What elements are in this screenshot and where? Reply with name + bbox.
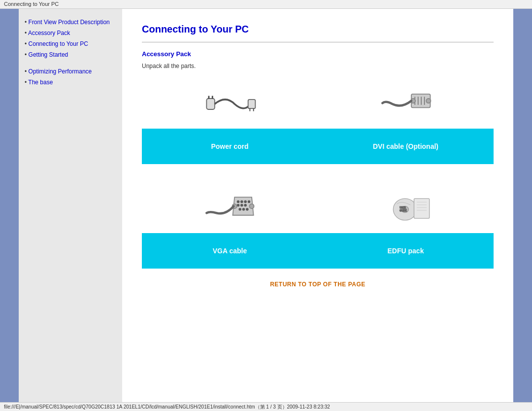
svg-point-19 <box>241 205 243 206</box>
power-cord-image <box>203 79 257 129</box>
return-link-container: RETURN TO TOP OF THE PAGE <box>142 280 494 288</box>
svg-point-25 <box>249 204 254 208</box>
edfu-pack-label: EDFU pack <box>318 233 494 269</box>
sidebar-item-1[interactable]: Accessory Pack <box>25 30 116 36</box>
svg-text:GUIDE: GUIDE <box>399 209 407 212</box>
svg-rect-3 <box>248 100 255 108</box>
svg-rect-0 <box>206 99 215 109</box>
page-title: Connecting to Your PC <box>142 24 494 35</box>
sidebar-link-3[interactable]: Getting Started <box>29 51 68 58</box>
return-to-top-link[interactable]: RETURN TO TOP OF THE PAGE <box>270 281 366 288</box>
sidebar-nav: Front View Product Description Accessory… <box>25 19 116 86</box>
svg-point-14 <box>237 201 239 203</box>
dvi-cable-icon <box>379 84 433 124</box>
svg-point-22 <box>242 208 244 210</box>
sidebar-item-4[interactable]: Optimizing Performance <box>25 68 116 75</box>
svg-point-16 <box>244 201 246 203</box>
item-cell-dvi-cable: DVI cable (Optional) <box>318 79 494 164</box>
svg-point-20 <box>244 205 246 206</box>
edfu-pack-icon: USER GUIDE <box>379 189 433 228</box>
sidebar-link-0[interactable]: Front View Product Description <box>29 19 110 26</box>
svg-point-21 <box>239 208 241 210</box>
sidebar-item-3[interactable]: Getting Started <box>25 51 116 58</box>
vga-cable-label: VGA cable <box>142 233 318 269</box>
unpack-text: Unpack all the parts. <box>142 63 494 69</box>
dvi-cable-label: DVI cable (Optional) <box>318 129 494 164</box>
sidebar-item-2[interactable]: Connecting to Your PC <box>25 40 116 47</box>
status-bar-text: file:///E|/manual/SPEC/813/spec/cd/Q70G2… <box>4 404 330 410</box>
edfu-pack-image: USER GUIDE <box>379 184 433 233</box>
title-bar: Connecting to Your PC <box>0 0 532 9</box>
right-accent <box>513 9 532 402</box>
section-title: Accessory Pack <box>142 50 494 58</box>
power-cord-label: Power cord <box>142 129 318 164</box>
vga-cable-icon <box>203 189 257 228</box>
sidebar-link-2[interactable]: Connecting to Your PC <box>29 40 88 47</box>
svg-text:USER: USER <box>399 206 406 209</box>
status-bar: file:///E|/manual/SPEC/813/spec/cd/Q70G2… <box>0 402 532 411</box>
sidebar-item-0[interactable]: Front View Product Description <box>25 19 116 26</box>
title-bar-text: Connecting to Your PC <box>4 1 59 7</box>
spacer-1 <box>142 174 494 184</box>
svg-point-17 <box>248 201 250 203</box>
item-cell-edfu-pack: USER GUIDE EDFU pack <box>318 184 494 269</box>
sidebar-link-4[interactable]: Optimizing Performance <box>29 68 92 75</box>
item-cell-power-cord: Power cord <box>142 79 318 164</box>
content-area: Connecting to Your PC Accessory Pack Unp… <box>122 9 513 402</box>
svg-point-12 <box>426 99 431 103</box>
svg-point-15 <box>241 201 243 203</box>
svg-rect-29 <box>414 199 429 218</box>
main-layout: Front View Product Description Accessory… <box>0 9 532 402</box>
dvi-cable-image <box>379 79 433 129</box>
sidebar-item-5[interactable]: The base <box>25 79 116 86</box>
sidebar-link-5[interactable]: The base <box>28 79 53 86</box>
left-accent <box>0 9 19 402</box>
svg-point-23 <box>246 208 248 210</box>
sidebar-link-1[interactable]: Accessory Pack <box>28 30 70 36</box>
vga-cable-image <box>203 184 257 233</box>
power-cord-icon <box>203 84 257 124</box>
items-row-1: Power cord <box>142 79 494 164</box>
divider-top <box>142 42 494 42</box>
svg-point-18 <box>237 205 239 206</box>
sidebar: Front View Product Description Accessory… <box>19 9 122 402</box>
items-row-2: VGA cable <box>142 184 494 269</box>
item-cell-vga-cable: VGA cable <box>142 184 318 269</box>
